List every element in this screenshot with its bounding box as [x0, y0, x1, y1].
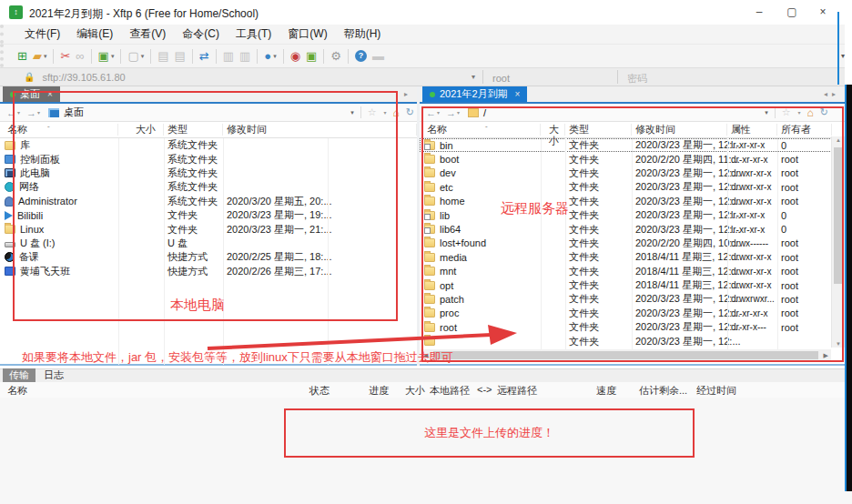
- transfer-icon[interactable]: ⇄: [197, 47, 212, 66]
- bookmark-star-icon[interactable]: ☆: [368, 106, 377, 118]
- address-url[interactable]: sftp://39.105.61.80: [42, 72, 125, 83]
- forward-icon[interactable]: →: [446, 107, 456, 118]
- table-row[interactable]: bin文件夹2020/3/23 星期一, 12:...lr-xr-xr-x0: [420, 138, 832, 152]
- address-dropdown-icon[interactable]: ▾: [472, 73, 475, 81]
- feedback-icon[interactable]: ▬: [370, 47, 387, 66]
- remote-path[interactable]: /: [483, 107, 486, 118]
- home-icon[interactable]: ⌂: [393, 106, 400, 119]
- tab-scroll-arrows[interactable]: ▸: [404, 90, 412, 98]
- column-header-size[interactable]: 大小: [118, 124, 164, 136]
- transfer-column-header[interactable]: 经过时间: [696, 384, 736, 398]
- scroll-left-icon[interactable]: ◀: [423, 352, 428, 359]
- bookmark-caret-icon[interactable]: ▾: [798, 109, 801, 116]
- transfer-column-header[interactable]: 远程路径: [497, 384, 537, 398]
- preview-icon[interactable]: ▢▾: [125, 47, 147, 66]
- copy-file-2-icon[interactable]: ▤: [172, 47, 188, 66]
- transfer-column-header[interactable]: 名称: [7, 384, 27, 398]
- column-header-type[interactable]: 类型: [565, 124, 632, 136]
- path-combo-icon[interactable]: ▾: [765, 109, 768, 116]
- table-row[interactable]: 库系统文件夹: [0, 138, 417, 152]
- tab-close-icon[interactable]: ×: [47, 89, 53, 99]
- scroll-up-icon[interactable]: ▲: [832, 137, 845, 143]
- back-icon[interactable]: ←: [426, 107, 436, 118]
- table-row[interactable]: etc文件夹2020/3/23 星期一, 12:...drwxr-xr-xroo…: [420, 180, 832, 194]
- back-caret-icon[interactable]: ▾: [17, 109, 20, 116]
- username-field[interactable]: [483, 72, 614, 85]
- column-header-name[interactable]: 名称ˆ: [0, 124, 118, 136]
- menu-item[interactable]: 帮助(H): [336, 26, 390, 42]
- scroll-down-icon[interactable]: ▼: [832, 341, 845, 347]
- table-row[interactable]: 文件夹2020/3/23 星期一, 12:...: [420, 334, 832, 348]
- table-row[interactable]: opt文件夹2018/4/11 星期三, 12:...drwxr-xr-xroo…: [420, 278, 832, 292]
- menu-item[interactable]: 文件(F): [16, 26, 68, 42]
- back-caret-icon[interactable]: ▾: [437, 109, 440, 116]
- column-header-attr[interactable]: 属性: [727, 124, 777, 136]
- table-row[interactable]: dev文件夹2020/3/23 星期一, 12:...drwxr-xr-xroo…: [420, 166, 832, 180]
- table-row[interactable]: boot文件夹2020/2/20 星期四, 11:...dr-xr-xr-xro…: [420, 152, 832, 166]
- table-row[interactable]: patch文件夹2020/3/23 星期一, 12:...drwxrwxr...…: [420, 292, 832, 306]
- xmanager-icon[interactable]: ▣: [303, 47, 320, 66]
- table-row[interactable]: lib文件夹2020/3/23 星期一, 12:...lr-xr-xr-x0: [420, 208, 832, 222]
- password-field[interactable]: [618, 72, 833, 85]
- forward-caret-icon[interactable]: ▾: [457, 109, 460, 116]
- globe-icon[interactable]: ●▾: [261, 47, 279, 66]
- xshell-icon[interactable]: ◉: [288, 47, 303, 66]
- table-row[interactable]: media文件夹2018/4/11 星期三, 12:...drwxr-xr-xr…: [420, 250, 832, 264]
- transfer-column-header[interactable]: <->: [477, 384, 492, 395]
- close-button[interactable]: ×: [812, 4, 834, 21]
- copy-file-icon[interactable]: ▤: [155, 47, 171, 66]
- table-row[interactable]: proc文件夹2020/3/23 星期一, 12:...dr-xr-xr-xro…: [420, 307, 832, 320]
- home-icon[interactable]: ⌂: [807, 106, 814, 119]
- forward-icon[interactable]: →: [26, 107, 36, 118]
- table-row[interactable]: 备课快捷方式2020/2/25 星期二, 18:...: [0, 250, 417, 264]
- table-row[interactable]: root文件夹2020/3/23 星期一, 12:...dr-xr-x---ro…: [420, 320, 832, 334]
- menu-item[interactable]: 命令(C): [174, 26, 228, 42]
- horizontal-scrollbar[interactable]: ◀ ▶: [421, 349, 831, 361]
- properties-icon[interactable]: ▣▾: [96, 47, 117, 66]
- column-header-modified[interactable]: 修改时间: [223, 124, 417, 136]
- scrollbar-thumb[interactable]: [433, 351, 818, 359]
- paste-icon[interactable]: ▥: [220, 47, 237, 66]
- table-row[interactable]: 网络系统文件夹: [0, 180, 417, 194]
- dropdown-caret-icon[interactable]: ▾: [111, 53, 115, 60]
- table-row[interactable]: mnt文件夹2018/4/11 星期三, 12:...drwxr-xr-xroo…: [420, 265, 832, 278]
- bookmark-caret-icon[interactable]: ▾: [384, 109, 387, 116]
- scrollbar-thumb[interactable]: [834, 147, 843, 284]
- local-tab-desktop[interactable]: 桌面 ×: [3, 86, 60, 102]
- transfer-column-header[interactable]: 估计剩余...: [639, 384, 687, 398]
- path-combo-icon[interactable]: ▾: [350, 109, 354, 116]
- tab-scroll-arrows[interactable]: ◂▸: [824, 90, 840, 98]
- column-header-owner[interactable]: 所有者: [777, 124, 832, 136]
- local-path[interactable]: 桌面: [64, 106, 84, 119]
- column-header-name[interactable]: 名称ˆ: [420, 124, 541, 136]
- column-header-modified[interactable]: 修改时间: [632, 124, 727, 136]
- reconnect-icon[interactable]: ∞: [73, 47, 86, 66]
- dropdown-caret-icon[interactable]: ▾: [141, 53, 145, 60]
- vertical-scrollbar[interactable]: ▲ ▼: [831, 136, 845, 348]
- column-header-type[interactable]: 类型: [164, 124, 223, 136]
- bookmark-star-icon[interactable]: ☆: [782, 106, 791, 118]
- menu-item[interactable]: 窗口(W): [279, 26, 335, 42]
- transfer-column-header[interactable]: 进度: [369, 384, 389, 398]
- toolbar-overflow-icon[interactable]: ▾: [841, 52, 845, 60]
- forward-caret-icon[interactable]: ▾: [37, 109, 40, 116]
- paste-2-icon[interactable]: ▥: [237, 47, 253, 66]
- scroll-right-icon[interactable]: ▶: [824, 352, 828, 359]
- transfer-tab-idle[interactable]: 日志: [37, 368, 70, 382]
- new-session-icon[interactable]: ⊞: [15, 47, 30, 66]
- menu-item[interactable]: 工具(T): [228, 26, 279, 42]
- dropdown-caret-icon[interactable]: ▾: [44, 53, 47, 60]
- settings-gear-icon[interactable]: ⚙: [328, 47, 344, 66]
- transfer-column-header[interactable]: 状态: [309, 384, 330, 398]
- table-row[interactable]: 黄埔飞天班快捷方式2020/2/26 星期三, 17:...: [0, 265, 417, 278]
- refresh-icon[interactable]: ↻: [820, 106, 828, 118]
- table-row[interactable]: Linux文件夹2020/3/23 星期一, 21:...: [0, 222, 417, 236]
- maximize-button[interactable]: ▢: [781, 4, 803, 21]
- table-row[interactable]: lib64文件夹2020/3/23 星期一, 12:...lr-xr-xr-x0: [420, 222, 832, 236]
- minimize-button[interactable]: –: [748, 4, 770, 21]
- table-row[interactable]: 控制面板系统文件夹: [0, 152, 417, 166]
- transfer-list-area[interactable]: [0, 398, 852, 504]
- open-folder-icon[interactable]: ▰▾: [30, 47, 50, 66]
- column-header-size[interactable]: 大小: [541, 124, 565, 136]
- help-icon[interactable]: ?: [352, 47, 370, 66]
